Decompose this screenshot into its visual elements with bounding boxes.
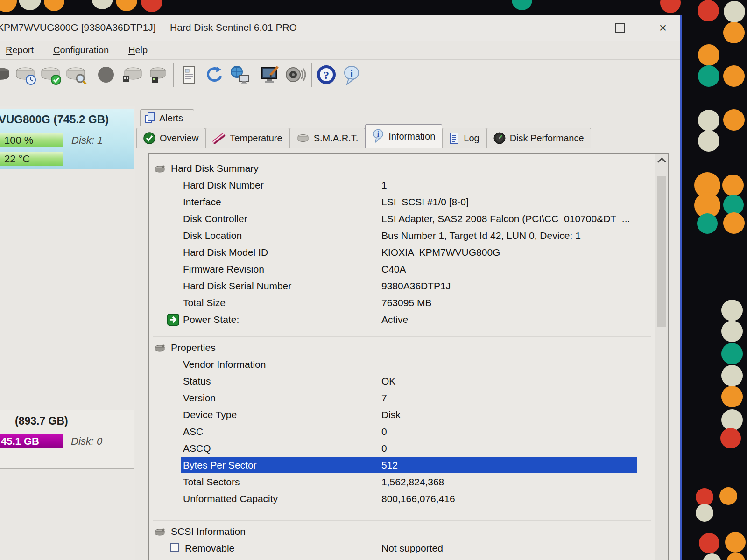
toolbar-separator <box>92 63 92 87</box>
disk2-number-label: Disk: 0 <box>71 434 102 448</box>
wallpaper-dot <box>719 487 737 505</box>
disk-clock-icon[interactable] <box>13 63 38 87</box>
disk-check-icon[interactable] <box>38 63 63 87</box>
wallpaper-dot <box>141 0 162 12</box>
alerts-pages-icon <box>144 112 155 124</box>
disk-list-item-1[interactable]: VUG800G (745.2 GB) 100 % Disk: 1 22 °C <box>0 109 134 169</box>
info-row[interactable]: Device TypeDisk <box>149 406 654 423</box>
info-row[interactable]: ASC0 <box>149 423 654 440</box>
info-row[interactable]: Version7 <box>149 390 654 406</box>
info-row-selected[interactable]: Bytes Per Sector512 <box>149 457 654 474</box>
info-row[interactable]: InterfaceLSI SCSI #1/0 [8-0] <box>149 194 654 210</box>
refresh-icon[interactable] <box>202 63 227 87</box>
speaker-icon[interactable] <box>283 63 309 87</box>
wallpaper-dot <box>19 0 41 10</box>
minimize-icon <box>574 28 582 28</box>
vertical-scrollbar[interactable] <box>655 154 668 560</box>
section-separator <box>153 336 651 337</box>
tab-information[interactable]: i Information <box>365 124 442 148</box>
wallpaper-dot <box>698 65 719 87</box>
toolbar-separator <box>255 63 255 87</box>
tab-overview[interactable]: Overview <box>136 128 205 148</box>
disk-eject-icon[interactable] <box>145 63 170 87</box>
tab-alerts[interactable]: Alerts <box>140 109 194 126</box>
maximize-button[interactable] <box>607 15 633 41</box>
wallpaper-dot <box>696 488 713 506</box>
report-document-icon[interactable] <box>176 63 202 87</box>
tab-log[interactable]: Log <box>442 128 486 148</box>
disk1-health-bar: 100 % <box>0 133 63 147</box>
minimize-button[interactable] <box>565 15 591 41</box>
info-row[interactable]: Vendor Information <box>149 356 654 373</box>
disk-cut-icon[interactable] <box>0 63 13 87</box>
info-row[interactable]: Disk ControllerLSI Adapter, SAS2 2008 Fa… <box>149 210 654 227</box>
smart-disk-icon <box>296 133 310 144</box>
disk-list-sidebar: VUG800G (745.2 GB) 100 % Disk: 1 22 °C (… <box>0 106 135 560</box>
disk-list-item-2[interactable]: (893.7 GB) 45.1 GB Disk: 0 <box>0 410 134 469</box>
info-row[interactable]: ASCQ0 <box>149 440 654 457</box>
section-separator <box>153 520 651 521</box>
info-row[interactable]: Disk LocationBus Number 1, Target Id 42,… <box>149 227 654 244</box>
info-row[interactable]: Hard Disk Number1 <box>149 177 654 194</box>
info-row[interactable]: Total Size763095 MB <box>149 294 654 311</box>
wallpaper-dot <box>723 212 745 234</box>
scroll-up-arrow[interactable] <box>655 154 668 167</box>
wallpaper-dot <box>722 175 744 196</box>
wallpaper-dot <box>698 44 719 66</box>
menu-help[interactable]: Help <box>128 45 148 56</box>
svg-text:?: ? <box>324 69 329 81</box>
title-bar: KPM7WVUG800G [9380A36DTP1J] - Hard Disk … <box>0 15 680 41</box>
wallpaper-dot <box>721 365 743 386</box>
removable-checkbox[interactable] <box>170 543 179 552</box>
menu-report[interactable]: Report <box>6 45 34 56</box>
menu-configuration[interactable]: Configuration <box>53 45 109 56</box>
wallpaper-dot <box>726 553 745 560</box>
wallpaper-dot <box>725 532 746 553</box>
wallpaper-dot <box>723 65 745 87</box>
wallpaper-dot <box>698 130 719 152</box>
help-icon[interactable]: ? <box>315 63 340 87</box>
tab-temperature[interactable]: Temperature <box>205 128 289 148</box>
disk-connector-icon[interactable] <box>120 63 145 87</box>
toolbar: ? i <box>0 60 680 91</box>
network-computer-icon[interactable] <box>227 63 252 87</box>
monitor-edit-icon[interactable] <box>258 63 283 87</box>
info-row[interactable]: Total Sectors1,562,824,368 <box>149 474 654 490</box>
menu-bar: Report Configuration Help <box>0 41 680 60</box>
info-row[interactable]: Hard Disk Serial Number9380A36DTP1J <box>149 278 654 294</box>
info-row[interactable]: Firmware RevisionC40A <box>149 261 654 278</box>
wallpaper-dot <box>723 22 745 43</box>
wallpaper-dot <box>92 0 113 9</box>
info-row-removable[interactable]: Removable Not supported <box>149 540 654 559</box>
disk-search-icon[interactable] <box>63 63 89 87</box>
log-document-icon <box>449 132 459 144</box>
wallpaper-dot <box>721 321 743 342</box>
wallpaper-dot <box>720 428 741 448</box>
wallpaper-dot <box>698 0 719 21</box>
toolbar-separator <box>173 63 174 87</box>
section-title: Hard Disk Summary <box>171 160 259 177</box>
scrollbar-thumb[interactable] <box>657 176 666 327</box>
wallpaper-dot <box>721 300 743 321</box>
info-row[interactable]: Unformatted Capacity800,166,076,416 <box>149 490 654 507</box>
disk2-usage-bar: 45.1 GB <box>0 434 63 448</box>
tabs-area: Alerts Overview Temperature S.M.A.R.T. i… <box>135 106 680 153</box>
close-button[interactable]: × <box>650 15 676 41</box>
info-balloon-icon[interactable]: i <box>340 63 365 87</box>
tab-disk-performance[interactable]: Disk Performance <box>486 128 591 148</box>
section-scsi-information: SCSI Information Removable Not supported <box>149 523 654 560</box>
wallpaper-dot <box>512 0 532 10</box>
disk1-temperature-bar: 22 °C <box>0 152 63 166</box>
info-row[interactable]: Hard Disk Model IDKIOXIA KPM7WVUG800G <box>149 244 654 261</box>
wallpaper-dot <box>44 0 64 11</box>
tab-smart[interactable]: S.M.A.R.T. <box>289 128 366 148</box>
info-row-power-state[interactable]: Power State:Active <box>149 311 654 328</box>
maximize-icon <box>615 23 625 33</box>
wallpaper-dot <box>721 386 743 407</box>
wallpaper-dot <box>724 1 745 22</box>
wallpaper-dot <box>660 0 681 13</box>
app-window: KPM7WVUG800G [9380A36DTP1J] - Hard Disk … <box>0 15 682 560</box>
disk-dark-icon[interactable] <box>95 63 120 87</box>
wallpaper-dot <box>721 343 743 364</box>
info-row[interactable]: StatusOK <box>149 373 654 390</box>
